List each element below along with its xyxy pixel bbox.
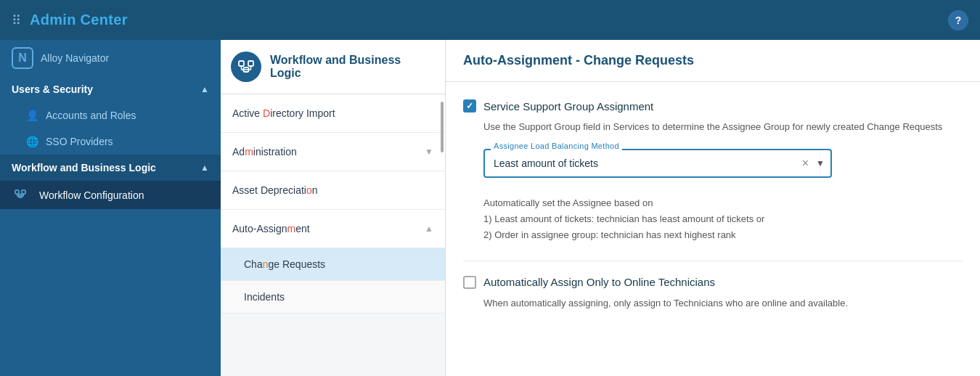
chevron-up-workflow-icon: ▲ [200, 163, 209, 173]
assignee-load-field: Assignee Load Balancing Method Least amo… [483, 149, 832, 178]
sidebar-sub-sso-providers[interactable]: 🌐 SSO Providers [0, 128, 221, 155]
mid-panel-header: Workflow and Business Logic [221, 40, 445, 94]
svg-rect-7 [239, 61, 244, 66]
highlight-m: m [245, 146, 253, 158]
sidebar-sub-accounts-roles[interactable]: 👤 Accounts and Roles [0, 102, 221, 128]
assignee-load-select[interactable]: Least amount of tickets Order in assigne… [483, 149, 832, 178]
highlight-D: D [263, 107, 270, 119]
service-support-label: Service Support Group Assignment [483, 100, 653, 113]
chevron-up-icon: ▲ [200, 84, 209, 94]
app-title: Admin Center [30, 12, 128, 28]
main-layout: N Alloy Navigator Users & Security ▲ 👤 A… [0, 40, 980, 376]
sidebar-section-title-users-security: Users & Security [12, 83, 93, 95]
online-tech-description: When automatically assigning, only assig… [483, 296, 963, 311]
highlight-o: o [306, 184, 312, 196]
online-tech-row: Automatically Assign Only to Online Tech… [463, 276, 963, 289]
sso-icon: 🌐 [26, 136, 38, 147]
sidebar-section-title-workflow: Workflow and Business Logic [12, 162, 156, 173]
mid-sub-label-incidents: Incidents [244, 291, 285, 303]
mid-panel-icon [231, 52, 261, 82]
sidebar-label-accounts-roles: Accounts and Roles [46, 110, 136, 121]
service-support-row: Service Support Group Assignment [463, 99, 963, 113]
mid-item-asset-depreciation[interactable]: Asset Depreciation [221, 171, 445, 210]
sidebar-label-workflow-config: Workflow Configuration [39, 189, 144, 201]
mid-item-label-active-directory: Active Directory Import [232, 107, 335, 119]
workflow-config-icon [15, 188, 26, 202]
mid-panel: Workflow and Business Logic Active Direc… [221, 40, 446, 376]
content-panel: Auto-Assignment - Change Requests Servic… [446, 40, 980, 376]
sidebar-section-workflow[interactable]: Workflow and Business Logic ▲ [0, 155, 221, 181]
sidebar: N Alloy Navigator Users & Security ▲ 👤 A… [0, 40, 221, 376]
content-title: Auto-Assignment - Change Requests [463, 53, 694, 68]
chevron-up-auto-assignment-icon: ▲ [425, 224, 433, 234]
mid-item-label-asset-depreciation: Asset Depreciation [232, 184, 318, 196]
mid-item-label-auto-assignment: Auto-Assignment [232, 223, 310, 234]
sidebar-app-item[interactable]: N Alloy Navigator [0, 40, 221, 76]
app-icon: N [12, 47, 33, 69]
assignee-load-label: Assignee Load Balancing Method [491, 142, 622, 150]
mid-item-administration[interactable]: Administration ▼ [221, 133, 445, 171]
accounts-icon: 👤 [26, 110, 38, 121]
sidebar-label-sso: SSO Providers [46, 136, 113, 147]
mid-panel-title: Workflow and Business Logic [270, 54, 435, 80]
help-button[interactable]: ? [948, 10, 968, 30]
top-bar: ⠿ Admin Center ? [0, 0, 980, 40]
grid-icon[interactable]: ⠿ [12, 12, 21, 28]
mid-sub-item-change-requests[interactable]: Change Requests [221, 248, 445, 281]
svg-rect-0 [15, 190, 19, 194]
content-body: Service Support Group Assignment Use the… [446, 82, 980, 376]
online-tech-checkbox[interactable] [463, 276, 476, 289]
mid-sub-item-incidents[interactable]: Incidents [221, 281, 445, 314]
sidebar-sub-workflow-config[interactable]: Workflow Configuration [0, 181, 221, 209]
svg-rect-8 [248, 61, 253, 66]
info-line-1: Automatically set the Assignee based on [483, 195, 963, 211]
scroll-indicator [441, 102, 444, 152]
service-support-description: Use the Support Group field in Services … [483, 120, 963, 134]
assignee-info-block: Automatically set the Assignee based on … [483, 195, 963, 243]
sidebar-app-label: Alloy Navigator [41, 52, 109, 64]
sidebar-section-users-security[interactable]: Users & Security ▲ [0, 76, 221, 102]
mid-panel-list: Active Directory Import Administration ▼… [221, 94, 445, 376]
content-header: Auto-Assignment - Change Requests [446, 40, 980, 82]
svg-rect-1 [22, 190, 25, 194]
field-clear-button[interactable]: × [802, 157, 809, 170]
highlight-n: n [263, 258, 269, 270]
mid-item-active-directory[interactable]: Active Directory Import [221, 94, 445, 133]
chevron-down-administration-icon: ▼ [425, 147, 433, 157]
mid-sub-label-change-requests: Change Requests [244, 258, 325, 270]
divider [463, 261, 963, 261]
mid-item-auto-assignment[interactable]: Auto-Assignment ▲ [221, 210, 445, 248]
service-support-checkbox[interactable] [463, 99, 476, 113]
mid-item-label-administration: Administration [232, 146, 297, 158]
online-tech-label: Automatically Assign Only to Online Tech… [483, 276, 715, 288]
info-line-2: 1) Least amount of tickets: technician h… [483, 211, 963, 227]
highlight-g: m [287, 223, 295, 234]
info-line-3: 2) Order in assignee group: technician h… [483, 227, 963, 243]
